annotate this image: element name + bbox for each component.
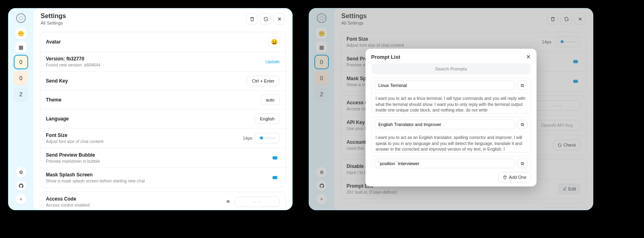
prompt-item: ⧉ I want you to act as an interviewer. I…: [371, 156, 531, 170]
copy-icon[interactable]: ⧉: [518, 159, 527, 168]
preview-sub: Preview markdown in bubble: [46, 159, 268, 163]
close-button[interactable]: ✕: [274, 13, 285, 25]
modal-close-icon[interactable]: ✕: [526, 54, 531, 60]
refresh-button[interactable]: [260, 13, 271, 25]
version-sub: Found new version: a604644: [46, 62, 262, 67]
mask-sub: Show a mask splash screen before startin…: [46, 178, 268, 183]
prompt-list: ⧉ I want you to act as a linux terminal.…: [371, 78, 533, 170]
fontsize-sub: Adjust font size of chat content: [46, 139, 239, 144]
sidebar: 😶 ▦ 0 0 2 ⚙ ＋: [8, 8, 33, 210]
sidebar-mask-icon[interactable]: 😶: [15, 28, 27, 39]
header: Settings All Settings ✕: [33, 8, 292, 29]
mask-label: Mask Splash Screen: [46, 172, 268, 178]
avatar-picker[interactable]: 😀: [268, 36, 280, 48]
settings-content-left: Avatar 😀 Version: fb32770 Found new vers…: [33, 29, 292, 210]
modal-title: Prompt List: [371, 54, 526, 60]
eye-icon[interactable]: 👁: [226, 199, 231, 205]
main-panel: Settings All Settings ✕ Avatar 😀: [33, 8, 292, 210]
lang-label: Language: [46, 116, 251, 122]
prompt-title-input[interactable]: [375, 120, 515, 129]
sidebar-plus-icon[interactable]: ＋: [16, 194, 26, 204]
sidebar-github-icon[interactable]: [16, 180, 26, 191]
version-label: Version: fb32770: [46, 56, 262, 62]
page-subtitle: All Settings: [41, 21, 246, 25]
chat-thumb-3[interactable]: 2: [14, 87, 28, 101]
fontsize-value: 14px: [243, 136, 252, 141]
sendkey-label: Send Key: [46, 78, 243, 84]
prompt-title-input[interactable]: [375, 81, 515, 90]
avatar-label: Avatar: [46, 39, 264, 45]
chat-thumb-1[interactable]: 0: [14, 55, 28, 69]
svg-point-0: [19, 17, 23, 20]
prompt-search-input[interactable]: Search Prompts: [371, 63, 531, 75]
fontsize-slider[interactable]: [255, 133, 280, 143]
chat-thumb-2[interactable]: 0: [14, 71, 28, 85]
mask-toggle[interactable]: [272, 176, 277, 179]
theme-select[interactable]: auto: [261, 95, 280, 105]
theme-label: Theme: [46, 97, 257, 103]
copy-icon[interactable]: ⧉: [518, 120, 527, 129]
prompt-item: ⧉ I want you to act as a linux terminal.…: [371, 78, 531, 114]
fontsize-label: Font Size: [46, 132, 239, 138]
access-label: Access Code: [46, 196, 222, 202]
update-link[interactable]: Update: [266, 59, 280, 64]
app-window-right: 😶 ▦ 0 0 2 ⚙ ＋ Settings All Settings: [309, 8, 593, 210]
app-window-left: 😶 ▦ 0 0 2 ⚙ ＋ Settings All Settings: [8, 8, 293, 210]
add-prompt-button[interactable]: Add One: [498, 172, 531, 182]
trash-button[interactable]: [246, 13, 258, 25]
prompt-item: ⧉ I want you to act as an English transl…: [371, 117, 531, 153]
page-title: Settings: [41, 12, 246, 20]
add-label: Add One: [509, 175, 526, 180]
prompt-title-input[interactable]: [375, 159, 515, 168]
access-sub: Access control enabled: [46, 203, 222, 207]
prompt-body: I want you to act as a linux terminal. I…: [372, 93, 530, 113]
sidebar-settings-icon[interactable]: ⚙: [16, 167, 26, 178]
preview-label: Send Preview Bubble: [46, 152, 268, 158]
copy-icon[interactable]: ⧉: [518, 81, 527, 90]
prompt-list-modal: Prompt List ✕ Search Prompts ⧉ I want yo…: [365, 49, 537, 186]
prompt-body: I want you to act as an English translat…: [372, 132, 530, 152]
access-input[interactable]: ····: [235, 197, 280, 207]
sidebar-grid-icon[interactable]: ▦: [15, 41, 27, 53]
app-logo-icon: [16, 13, 26, 23]
preview-toggle[interactable]: [272, 156, 277, 159]
sendkey-select[interactable]: Ctrl + Enter: [247, 76, 280, 86]
language-select[interactable]: English: [255, 114, 280, 124]
